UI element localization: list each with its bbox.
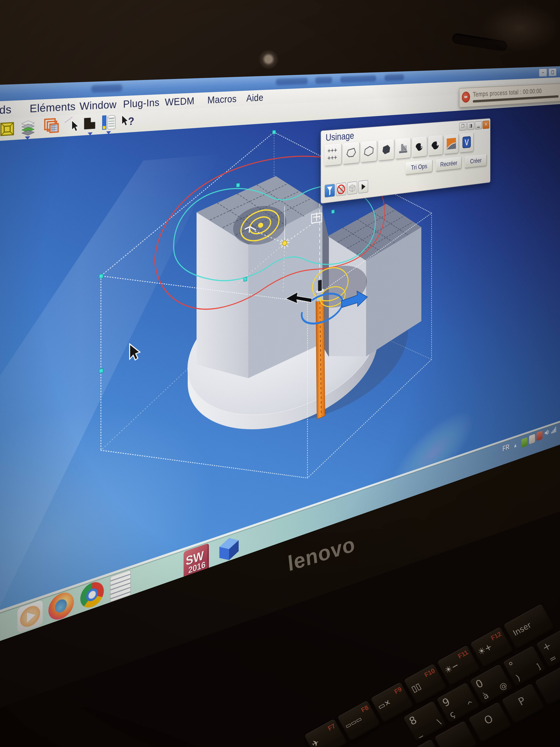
key-label: Inser (511, 620, 533, 638)
recreer-button[interactable]: Recréer (436, 157, 462, 172)
tri-ops-button[interactable]: Tri Ops (405, 160, 432, 175)
tray-green-app-icon[interactable] (521, 437, 527, 448)
menu-item-plugins[interactable]: Plug-Ins (123, 97, 159, 110)
no-edit-button[interactable] (336, 182, 346, 196)
key-fn-label: F12 (490, 630, 503, 642)
palette-dock-button[interactable]: ❐ (459, 122, 466, 131)
pocket-button[interactable] (378, 139, 394, 161)
creer-button[interactable]: Créer (465, 154, 487, 169)
fixture-button[interactable] (396, 138, 411, 159)
menu-item-window[interactable]: Window (80, 99, 117, 112)
key-sublabel: ç (448, 709, 457, 720)
key-sublabel: ^ (465, 699, 476, 710)
closed-contour-button[interactable] (361, 140, 377, 163)
open-contour-button[interactable] (343, 142, 359, 164)
titlebar-text-blur (340, 75, 376, 83)
stop-icon (462, 92, 470, 103)
help-pointer-icon[interactable]: ? (120, 113, 135, 130)
svg-text:?: ? (128, 115, 134, 127)
ramp-surface-button[interactable] (444, 134, 458, 154)
points-glyph: +++ (327, 154, 337, 162)
keyboard-backlight-icon: ▭▭▭ (344, 715, 363, 730)
key-sublabel: ) (514, 672, 522, 683)
select-cursor-icon[interactable]: ~~~~ (64, 117, 80, 134)
orange-nested-cube-icon[interactable] (44, 118, 60, 135)
key-f8[interactable]: ▭▭▭ F8 (337, 700, 381, 741)
menu-item-macros[interactable]: Macros (207, 93, 237, 106)
yellow-wireframe-cube-icon[interactable] (0, 120, 17, 138)
display-switch-icon: ▯▯ (410, 681, 423, 694)
tray-white-app-icon[interactable] (529, 434, 535, 444)
key-label: 0 (474, 677, 485, 691)
palette-title: Usinage (326, 130, 354, 143)
palette-minimize-button[interactable]: ▁ (475, 121, 482, 129)
key-sublabel: _ (415, 727, 423, 738)
origin-point (283, 240, 287, 246)
mouse-cursor (130, 342, 140, 361)
photo-scene: – ▢ lids Eléments Window Plug-Ins WEDM M… (0, 0, 560, 747)
tray-alert-icon[interactable] (536, 431, 542, 441)
key-label: + (540, 639, 554, 654)
verify-button[interactable]: V (460, 132, 474, 153)
points-glyph: +++ (327, 146, 337, 155)
palette-close-button[interactable]: ✕ (483, 121, 489, 129)
key-sublabel: ] (535, 662, 542, 671)
key-label: 8 (407, 714, 419, 727)
titlebar-text-blur (384, 74, 404, 81)
titlebar-text-blur (276, 78, 308, 85)
airplane-mode-icon: ✈ (310, 737, 321, 747)
key-fn-label: F8 (360, 704, 370, 714)
more-flyout-button[interactable] (358, 180, 368, 194)
tray-expand-arrow[interactable]: ▲ (513, 441, 517, 449)
menu-item-elements[interactable]: Eléments (30, 100, 76, 115)
tray-network-icon[interactable] (551, 424, 557, 435)
screen-off-icon: ▭× (376, 697, 392, 711)
menu-item-solids-partial[interactable]: lids (0, 103, 11, 117)
tray-language[interactable]: FR (502, 443, 509, 453)
dark-solid-shapes-icon[interactable] (83, 115, 99, 132)
key-label: 9 (441, 695, 452, 709)
key-sublabel: à (481, 690, 490, 701)
menu-item-wedm[interactable]: WEDM (165, 95, 194, 108)
menu-item-aide[interactable]: Aide (246, 92, 263, 104)
brightness-up-icon: ☀+ (476, 641, 494, 657)
key-label: ° (507, 659, 517, 672)
palette-panel-button[interactable]: ◨ (467, 122, 474, 130)
operations-manager-icon[interactable] (101, 114, 117, 131)
bezel-reflection (481, 4, 559, 52)
titlebar-text-blur (315, 77, 332, 84)
tray-volume-icon[interactable] (544, 428, 550, 438)
key-sublabel: = (547, 652, 558, 665)
key-fn-label: F9 (393, 686, 403, 695)
transform-copy-button[interactable] (412, 136, 427, 158)
key-sublabel: @ (498, 680, 509, 692)
process-time-label: Temps process total : 00:00:00 (473, 87, 542, 98)
key-fn-label: F10 (423, 667, 436, 679)
layer-stack-icon[interactable] (20, 119, 36, 136)
key-label: O (482, 712, 495, 727)
verify-glyph: V (464, 137, 469, 147)
solid-box-button[interactable] (347, 181, 357, 195)
brightness-down-icon: ☀− (443, 660, 460, 676)
key-label: P (516, 694, 527, 708)
key-sublabel: \ (435, 717, 442, 726)
transform-move-button[interactable] (428, 135, 443, 156)
titlebar-icon-blur (91, 84, 123, 93)
toolpath-filter-button[interactable] (325, 184, 335, 198)
key-fn-label: F11 (457, 649, 470, 660)
webcam (258, 50, 279, 70)
point-pattern-button[interactable]: +++ +++ (325, 144, 342, 166)
key-fn-label: F7 (327, 722, 337, 732)
window-minimize-button[interactable]: – (539, 69, 547, 77)
window-restore-button[interactable]: ▢ (549, 68, 557, 76)
